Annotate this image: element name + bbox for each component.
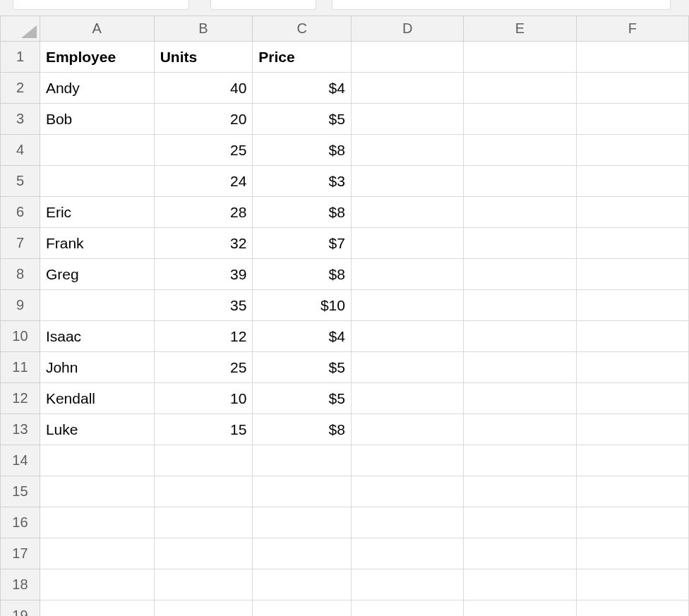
row-header-4[interactable]: 4 bbox=[1, 135, 40, 166]
cell-B2[interactable]: 40 bbox=[154, 73, 253, 104]
cell-F9[interactable] bbox=[576, 290, 688, 321]
col-header-A[interactable]: A bbox=[40, 16, 154, 42]
cell-F19[interactable] bbox=[576, 600, 688, 617]
cell-D12[interactable] bbox=[351, 383, 463, 414]
row-header-6[interactable]: 6 bbox=[1, 197, 40, 228]
cell-E18[interactable] bbox=[464, 569, 576, 600]
cell-D17[interactable] bbox=[351, 538, 463, 569]
cell-D11[interactable] bbox=[351, 352, 463, 383]
row-header-9[interactable]: 9 bbox=[1, 290, 40, 321]
row-header-13[interactable]: 13 bbox=[1, 414, 40, 445]
row-header-3[interactable]: 3 bbox=[1, 104, 40, 135]
cell-E14[interactable] bbox=[464, 445, 576, 476]
cell-C11[interactable]: $5 bbox=[253, 352, 352, 383]
cell-F5[interactable] bbox=[576, 166, 688, 197]
row-header-14[interactable]: 14 bbox=[1, 445, 40, 476]
cell-F13[interactable] bbox=[576, 414, 688, 445]
cell-B12[interactable]: 10 bbox=[154, 383, 253, 414]
cell-C13[interactable]: $8 bbox=[253, 414, 352, 445]
cell-C8[interactable]: $8 bbox=[253, 259, 352, 290]
cell-D2[interactable] bbox=[351, 73, 463, 104]
col-header-B[interactable]: B bbox=[154, 16, 253, 42]
cell-C18[interactable] bbox=[253, 569, 352, 600]
cell-F1[interactable] bbox=[576, 42, 688, 73]
cell-A3[interactable]: Bob bbox=[40, 104, 154, 135]
cell-E6[interactable] bbox=[464, 197, 576, 228]
cell-E17[interactable] bbox=[464, 538, 576, 569]
cell-A15[interactable] bbox=[40, 476, 154, 507]
cell-D8[interactable] bbox=[351, 259, 463, 290]
cell-E15[interactable] bbox=[464, 476, 576, 507]
cell-E8[interactable] bbox=[464, 259, 576, 290]
cell-E5[interactable] bbox=[464, 166, 576, 197]
cell-E9[interactable] bbox=[464, 290, 576, 321]
cell-D3[interactable] bbox=[351, 104, 463, 135]
cell-A19[interactable] bbox=[40, 600, 154, 617]
cell-F7[interactable] bbox=[576, 228, 688, 259]
cell-B15[interactable] bbox=[154, 476, 253, 507]
col-header-F[interactable]: F bbox=[576, 16, 688, 42]
cell-B4[interactable]: 25 bbox=[154, 135, 253, 166]
cell-E11[interactable] bbox=[464, 352, 576, 383]
cell-A4[interactable] bbox=[40, 135, 154, 166]
cell-B16[interactable] bbox=[154, 507, 253, 538]
cell-B5[interactable]: 24 bbox=[154, 166, 253, 197]
cell-E16[interactable] bbox=[464, 507, 576, 538]
cell-B19[interactable] bbox=[154, 600, 253, 617]
cell-C7[interactable]: $7 bbox=[253, 228, 352, 259]
row-header-17[interactable]: 17 bbox=[1, 538, 40, 569]
cell-D18[interactable] bbox=[351, 569, 463, 600]
cell-F16[interactable] bbox=[576, 507, 688, 538]
cell-D7[interactable] bbox=[351, 228, 463, 259]
cell-A16[interactable] bbox=[40, 507, 154, 538]
row-header-11[interactable]: 11 bbox=[1, 352, 40, 383]
cell-E10[interactable] bbox=[464, 321, 576, 352]
cell-D19[interactable] bbox=[351, 600, 463, 617]
cell-D6[interactable] bbox=[351, 197, 463, 228]
cell-D4[interactable] bbox=[351, 135, 463, 166]
cell-B13[interactable]: 15 bbox=[154, 414, 253, 445]
cell-C16[interactable] bbox=[253, 507, 352, 538]
cell-C19[interactable] bbox=[253, 600, 352, 617]
cell-A10[interactable]: Isaac bbox=[40, 321, 154, 352]
cell-F10[interactable] bbox=[576, 321, 688, 352]
cell-A14[interactable] bbox=[40, 445, 154, 476]
row-header-15[interactable]: 15 bbox=[1, 476, 40, 507]
cell-F12[interactable] bbox=[576, 383, 688, 414]
row-header-5[interactable]: 5 bbox=[1, 166, 40, 197]
cell-C10[interactable]: $4 bbox=[253, 321, 352, 352]
row-header-12[interactable]: 12 bbox=[1, 383, 40, 414]
cell-D16[interactable] bbox=[351, 507, 463, 538]
cell-A17[interactable] bbox=[40, 538, 154, 569]
cell-A12[interactable]: Kendall bbox=[40, 383, 154, 414]
cell-E2[interactable] bbox=[464, 73, 576, 104]
cell-A8[interactable]: Greg bbox=[40, 259, 154, 290]
cell-F6[interactable] bbox=[576, 197, 688, 228]
cell-E19[interactable] bbox=[464, 600, 576, 617]
cell-D1[interactable] bbox=[351, 42, 463, 73]
cell-C3[interactable]: $5 bbox=[253, 104, 352, 135]
cell-B10[interactable]: 12 bbox=[154, 321, 253, 352]
cell-A11[interactable]: John bbox=[40, 352, 154, 383]
cell-E7[interactable] bbox=[464, 228, 576, 259]
cell-D5[interactable] bbox=[351, 166, 463, 197]
cell-A1[interactable]: Employee bbox=[40, 42, 154, 73]
cell-C17[interactable] bbox=[253, 538, 352, 569]
cell-A6[interactable]: Eric bbox=[40, 197, 154, 228]
cell-A2[interactable]: Andy bbox=[40, 73, 154, 104]
cell-E13[interactable] bbox=[464, 414, 576, 445]
cell-D13[interactable] bbox=[351, 414, 463, 445]
cell-B3[interactable]: 20 bbox=[154, 104, 253, 135]
cell-B6[interactable]: 28 bbox=[154, 197, 253, 228]
cell-A18[interactable] bbox=[40, 569, 154, 600]
row-header-1[interactable]: 1 bbox=[1, 42, 40, 73]
cell-A7[interactable]: Frank bbox=[40, 228, 154, 259]
cell-F8[interactable] bbox=[576, 259, 688, 290]
cell-B7[interactable]: 32 bbox=[154, 228, 253, 259]
cell-E12[interactable] bbox=[464, 383, 576, 414]
cell-A9[interactable] bbox=[40, 290, 154, 321]
cell-E4[interactable] bbox=[464, 135, 576, 166]
cell-C2[interactable]: $4 bbox=[253, 73, 352, 104]
cell-B8[interactable]: 39 bbox=[154, 259, 253, 290]
row-header-7[interactable]: 7 bbox=[1, 228, 40, 259]
